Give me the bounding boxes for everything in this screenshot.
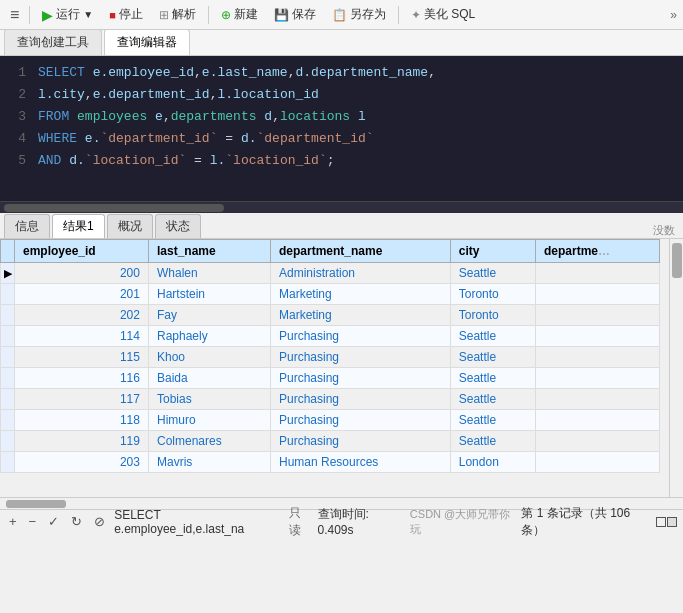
table-row: 203 Mavris Human Resources London — [1, 452, 660, 473]
add-row-button[interactable]: + — [6, 513, 20, 530]
row-indicator: ▶ — [1, 263, 15, 284]
table-row: 202 Fay Marketing Toronto — [1, 305, 660, 326]
cell-dept-id — [535, 263, 659, 284]
cell-dept-name: Purchasing — [270, 410, 450, 431]
table-row: 115 Khoo Purchasing Seattle — [1, 347, 660, 368]
table-scroll[interactable]: employee_id last_name department_name ci… — [0, 239, 660, 497]
cell-dept-id — [535, 326, 659, 347]
row-indicator — [1, 347, 15, 368]
menu-icon[interactable]: ≡ — [6, 4, 23, 26]
expand-button[interactable]: » — [670, 8, 677, 22]
stop-label: 停止 — [119, 6, 143, 23]
cell-dept-name: Purchasing — [270, 431, 450, 452]
stop-button[interactable]: ■ 停止 — [103, 4, 149, 25]
beautify-icon: ✦ — [411, 8, 421, 22]
table-header-row: employee_id last_name department_name ci… — [1, 240, 660, 263]
divider2 — [208, 6, 209, 24]
cell-dept-id — [535, 452, 659, 473]
cell-city: Seattle — [450, 347, 535, 368]
tab-status[interactable]: 状态 — [155, 214, 201, 238]
cell-last-name: Whalen — [148, 263, 270, 284]
divider3 — [398, 6, 399, 24]
explain-button[interactable]: ⊞ 解析 — [153, 4, 202, 25]
row-indicator — [1, 284, 15, 305]
v-scrollbar[interactable] — [669, 239, 683, 497]
tab-query-builder-label: 查询创建工具 — [17, 35, 89, 49]
row-indicator — [1, 326, 15, 347]
bottom-scrollbar-thumb[interactable] — [6, 500, 66, 508]
cell-last-name: Khoo — [148, 347, 270, 368]
cell-dept-id — [535, 410, 659, 431]
explain-icon: ⊞ — [159, 8, 169, 22]
cell-city: Seattle — [450, 263, 535, 284]
row-indicator — [1, 431, 15, 452]
save-icon: 💾 — [274, 8, 289, 22]
cell-dept-name: Purchasing — [270, 347, 450, 368]
table-row: 114 Raphaely Purchasing Seattle — [1, 326, 660, 347]
cell-employee-id: 203 — [15, 452, 149, 473]
cell-dept-id — [535, 431, 659, 452]
cell-employee-id: 118 — [15, 410, 149, 431]
cell-dept-name: Purchasing — [270, 326, 450, 347]
row-indicator — [1, 389, 15, 410]
cell-employee-id: 115 — [15, 347, 149, 368]
tab-result1-label: 结果1 — [63, 219, 94, 233]
tab-query-editor-label: 查询编辑器 — [117, 35, 177, 49]
tab-info-label: 信息 — [15, 219, 39, 233]
tab-result1[interactable]: 结果1 — [52, 214, 105, 238]
tab-query-editor[interactable]: 查询编辑器 — [104, 29, 190, 55]
top-tabs-bar: 查询创建工具 查询编辑器 — [0, 30, 683, 56]
editor-line-5: 5 AND d.`location_id` = l.`location_id`; — [8, 150, 675, 172]
results-table: employee_id last_name department_name ci… — [0, 239, 660, 473]
sql-editor[interactable]: 1 SELECT e.employee_id,e.last_name,d.dep… — [0, 56, 683, 201]
refresh-button[interactable]: ↻ — [68, 513, 85, 530]
row-indicator — [1, 452, 15, 473]
grid-sq2 — [667, 517, 677, 527]
confirm-button[interactable]: ✓ — [45, 513, 62, 530]
cell-city: Toronto — [450, 305, 535, 326]
save-button[interactable]: 💾 保存 — [268, 4, 322, 25]
editor-scrollbar[interactable] — [0, 201, 683, 213]
cell-last-name: Hartstein — [148, 284, 270, 305]
cell-dept-name: Purchasing — [270, 389, 450, 410]
table-body: ▶ 200 Whalen Administration Seattle 201 … — [1, 263, 660, 473]
tab-overview[interactable]: 概况 — [107, 214, 153, 238]
cell-city: Seattle — [450, 410, 535, 431]
editor-line-3: 3 FROM employees e,departments d,locatio… — [8, 106, 675, 128]
stop-icon: ■ — [109, 9, 116, 21]
table-row: 116 Baida Purchasing Seattle — [1, 368, 660, 389]
beautify-button[interactable]: ✦ 美化 SQL — [405, 4, 481, 25]
readonly-label: 只读 — [289, 505, 312, 539]
new-button[interactable]: ⊕ 新建 — [215, 4, 264, 25]
row-indicator — [1, 305, 15, 326]
remove-row-button[interactable]: − — [26, 513, 40, 530]
toolbar: ≡ ▶ 运行 ▼ ■ 停止 ⊞ 解析 ⊕ 新建 💾 保存 📋 另存为 ✦ 美化 … — [0, 0, 683, 30]
cell-last-name: Mavris — [148, 452, 270, 473]
cell-dept-id — [535, 284, 659, 305]
cell-city: Seattle — [450, 389, 535, 410]
row-indicator-header — [1, 240, 15, 263]
save-as-button[interactable]: 📋 另存为 — [326, 4, 392, 25]
cell-dept-name: Marketing — [270, 284, 450, 305]
save-as-icon: 📋 — [332, 8, 347, 22]
cancel-edit-button[interactable]: ⊘ — [91, 513, 108, 530]
editor-scrollbar-thumb[interactable] — [4, 204, 224, 212]
col-header-city: city — [450, 240, 535, 263]
cell-dept-name: Human Resources — [270, 452, 450, 473]
run-label: 运行 — [56, 6, 80, 23]
grid-view-icon[interactable] — [656, 517, 677, 527]
new-label: 新建 — [234, 6, 258, 23]
col-header-employee-id: employee_id — [15, 240, 149, 263]
run-button[interactable]: ▶ 运行 ▼ — [36, 4, 99, 25]
tab-query-builder[interactable]: 查询创建工具 — [4, 29, 102, 55]
v-scrollbar-thumb[interactable] — [672, 243, 682, 278]
cell-dept-name: Administration — [270, 263, 450, 284]
tab-info[interactable]: 信息 — [4, 214, 50, 238]
sql-preview-text: SELECT e.employee_id,e.last_na — [114, 508, 283, 536]
run-dropdown-icon[interactable]: ▼ — [83, 9, 93, 20]
no-data-hint: 没数 — [653, 223, 679, 238]
editor-line-2: 2 l.city,e.department_id,l.location_id — [8, 84, 675, 106]
new-icon: ⊕ — [221, 8, 231, 22]
col-header-department: departme… — [535, 240, 659, 263]
cell-last-name: Tobias — [148, 389, 270, 410]
